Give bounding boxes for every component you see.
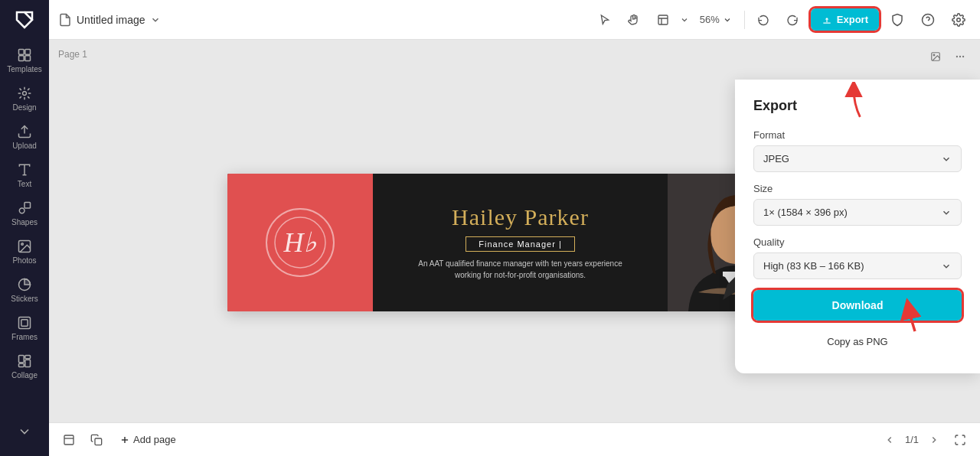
- page-indicator: 1/1: [905, 434, 919, 445]
- header-tools: 56%: [593, 8, 805, 32]
- title-chevron-icon[interactable]: [150, 15, 161, 25]
- zoom-control[interactable]: 56%: [694, 11, 738, 28]
- bottom-bar: Add page 1/1: [49, 422, 980, 456]
- svg-point-8: [19, 208, 24, 213]
- download-button[interactable]: Download: [753, 290, 962, 321]
- app-logo[interactable]: [11, 6, 38, 34]
- size-label: Size: [753, 183, 962, 194]
- next-page-btn[interactable]: [925, 431, 943, 449]
- svg-rect-20: [823, 22, 830, 23]
- svg-rect-19: [658, 15, 668, 24]
- sidebar-item-stickers[interactable]: Stickers: [3, 272, 46, 308]
- page-label: Page 1: [58, 49, 87, 60]
- svg-rect-15: [19, 356, 24, 363]
- svg-point-28: [963, 56, 964, 57]
- redo-btn[interactable]: [780, 8, 805, 32]
- svg-rect-9: [24, 203, 31, 209]
- sidebar-item-collage[interactable]: Collage: [3, 349, 46, 384]
- prev-page-btn[interactable]: [880, 431, 899, 449]
- page-thumbnail-btn[interactable]: [925, 46, 946, 67]
- copy-png-button[interactable]: Copy as PNG: [753, 328, 962, 355]
- svg-rect-16: [25, 356, 31, 359]
- layout-tool-btn[interactable]: [651, 8, 675, 32]
- quality-select[interactable]: High (83 KB – 166 KB): [753, 252, 962, 279]
- banner: H♭ Hailey Parker Finance Manager | An AA…: [227, 174, 802, 311]
- svg-point-23: [957, 18, 961, 21]
- svg-text:H♭: H♭: [283, 227, 318, 258]
- export-panel: Export Format JPEG Size 1× (1584 × 396 p…: [735, 80, 980, 373]
- banner-left: H♭: [227, 174, 373, 311]
- size-select[interactable]: 1× (1584 × 396 px): [753, 199, 962, 226]
- add-page-button[interactable]: Add page: [113, 431, 182, 448]
- banner-description: An AAT qualified finance manager with te…: [418, 258, 622, 281]
- page-more-btn[interactable]: [949, 46, 971, 67]
- svg-point-27: [959, 56, 960, 57]
- layout-chevron-icon[interactable]: [680, 15, 689, 24]
- sidebar-item-photos[interactable]: Photos: [3, 234, 46, 269]
- page-actions: [925, 46, 971, 67]
- sidebar-item-frames[interactable]: Frames: [3, 311, 46, 346]
- header-title-group: Untitled image: [58, 13, 586, 27]
- banner-monogram: H♭: [266, 208, 335, 277]
- svg-rect-0: [19, 50, 24, 55]
- header-right: Export: [811, 8, 971, 32]
- bottom-right: 1/1: [880, 429, 971, 451]
- divider: [744, 11, 745, 29]
- format-select[interactable]: JPEG: [753, 145, 962, 172]
- help-icon-btn[interactable]: [916, 8, 940, 32]
- banner-job-title: Finance Manager |: [466, 236, 575, 252]
- hand-tool-btn[interactable]: [622, 8, 646, 32]
- page-settings-btn[interactable]: [58, 429, 80, 451]
- main-area: Untitled image 56%: [49, 0, 980, 456]
- sidebar-collapse-btn[interactable]: [3, 419, 46, 444]
- sidebar-item-templates[interactable]: Templates: [3, 43, 46, 78]
- document-title[interactable]: Untitled image: [77, 14, 145, 26]
- header: Untitled image 56%: [49, 0, 980, 40]
- sidebar-item-design[interactable]: Design: [3, 81, 46, 116]
- svg-rect-35: [64, 435, 74, 445]
- select-tool-btn[interactable]: [593, 8, 617, 32]
- banner-center: Hailey Parker Finance Manager | An AAT q…: [373, 174, 668, 311]
- sidebar: Templates Design Upload Text Shapes Phot…: [0, 0, 49, 456]
- svg-rect-18: [19, 363, 24, 366]
- shield-icon-btn[interactable]: [885, 8, 910, 32]
- svg-rect-2: [19, 56, 24, 61]
- settings-icon-btn[interactable]: [946, 8, 971, 32]
- export-button[interactable]: Export: [811, 8, 879, 31]
- export-panel-title: Export: [753, 98, 962, 114]
- svg-rect-17: [25, 360, 31, 366]
- sidebar-item-shapes[interactable]: Shapes: [3, 196, 46, 231]
- svg-rect-13: [19, 318, 31, 329]
- svg-point-25: [933, 54, 935, 56]
- fullscreen-btn[interactable]: [949, 429, 971, 451]
- svg-rect-1: [25, 50, 31, 55]
- banner-name: Hailey Parker: [452, 204, 589, 230]
- sidebar-item-upload[interactable]: Upload: [3, 119, 46, 155]
- format-label: Format: [753, 129, 962, 141]
- banner-canvas[interactable]: H♭ Hailey Parker Finance Manager | An AA…: [227, 174, 802, 311]
- svg-point-11: [21, 243, 23, 246]
- svg-point-4: [23, 92, 27, 96]
- svg-rect-36: [95, 438, 102, 445]
- undo-btn[interactable]: [751, 8, 776, 32]
- sidebar-item-text[interactable]: Text: [3, 158, 46, 193]
- document-icon: [58, 13, 72, 27]
- svg-rect-14: [21, 320, 28, 326]
- copy-page-btn[interactable]: [86, 429, 107, 451]
- quality-label: Quality: [753, 236, 962, 248]
- svg-rect-3: [25, 56, 31, 61]
- svg-point-26: [956, 56, 957, 57]
